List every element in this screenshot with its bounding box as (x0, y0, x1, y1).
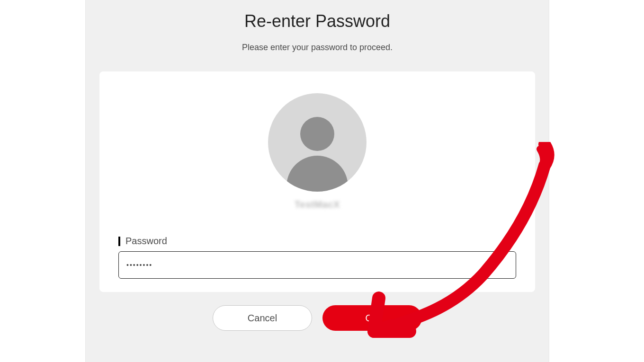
page-subtitle: Please enter your password to proceed. (85, 43, 549, 53)
password-field-label: Password (125, 236, 167, 247)
password-card: TestMacX Password (99, 71, 535, 292)
avatar-head (300, 117, 334, 151)
ok-button[interactable]: OK (322, 305, 422, 331)
label-accent-bar (118, 237, 120, 246)
username-label: TestMacX (295, 199, 340, 210)
cancel-button[interactable]: Cancel (213, 305, 312, 331)
button-row: Cancel OK (85, 305, 549, 331)
user-section: TestMacX (118, 93, 516, 210)
password-label-row: Password (118, 236, 516, 247)
password-input[interactable] (118, 251, 516, 279)
avatar-body (286, 156, 348, 192)
user-avatar-icon (268, 93, 367, 192)
page-title: Re-enter Password (85, 11, 549, 31)
dialog-container: Re-enter Password Please enter your pass… (85, 0, 549, 362)
